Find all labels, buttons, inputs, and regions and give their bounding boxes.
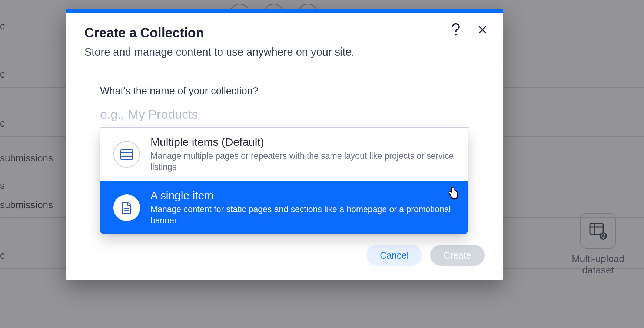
modal-title: Create a Collection <box>84 25 485 41</box>
document-icon <box>113 194 140 221</box>
collection-name-input[interactable] <box>100 104 469 128</box>
modal-footer: Cancel Create <box>66 245 503 280</box>
collection-type-dropdown: Multiple items (Default) Manage multiple… <box>100 128 468 234</box>
option-multiple-title: Multiple items (Default) <box>150 136 458 148</box>
option-single-desc: Manage content for static pages and sect… <box>150 204 458 226</box>
option-multiple-desc: Manage multiple pages or repeaters with … <box>150 151 458 173</box>
modal-subtitle: Store and manage content to use anywhere… <box>84 46 485 58</box>
table-grid-icon <box>113 141 140 168</box>
collection-name-label: What's the name of your collection? <box>100 85 469 97</box>
question-icon <box>451 23 461 36</box>
option-multiple-items[interactable]: Multiple items (Default) Manage multiple… <box>100 128 468 181</box>
help-button[interactable] <box>448 22 463 37</box>
option-single-title: A single item <box>150 189 458 202</box>
close-button[interactable] <box>475 22 490 37</box>
close-icon <box>478 25 487 35</box>
svg-rect-5 <box>121 150 133 159</box>
modal-header: Create a Collection Store and manage con… <box>66 13 503 69</box>
modal-body: What's the name of your collection? Mult… <box>66 69 503 245</box>
cancel-button[interactable]: Cancel <box>366 245 422 266</box>
create-button[interactable]: Create <box>430 245 485 266</box>
create-collection-modal: Create a Collection Store and manage con… <box>66 9 503 280</box>
modal-accent-bar <box>66 9 503 13</box>
svg-point-4 <box>455 34 457 36</box>
option-single-item[interactable]: A single item Manage content for static … <box>100 181 468 234</box>
